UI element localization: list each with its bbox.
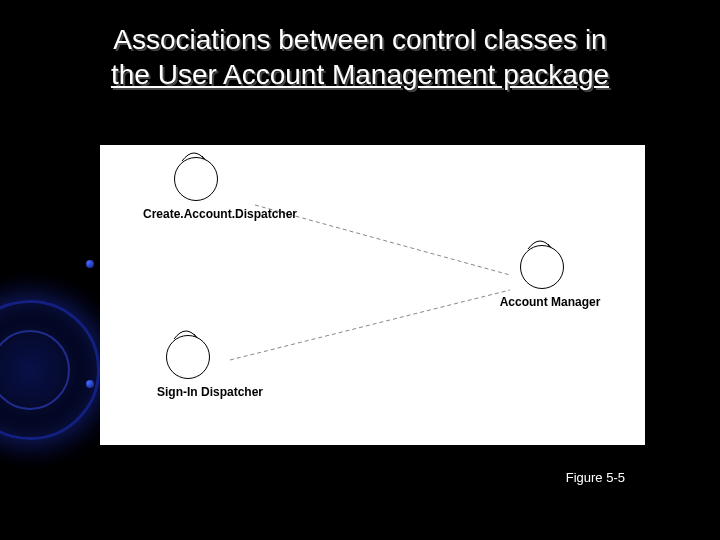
control-class-create-account-dispatcher: Create.Account.Dispatcher — [140, 157, 300, 221]
bullet-decoration — [86, 380, 94, 388]
title-line-1: Associations between control classes in — [113, 24, 606, 55]
class-label: Sign-In Dispatcher — [140, 385, 280, 399]
control-class-account-manager: Account Manager — [480, 245, 620, 309]
bullet-decoration — [86, 260, 94, 268]
control-class-sign-in-dispatcher: Sign-In Dispatcher — [140, 335, 280, 399]
control-class-circle-icon — [174, 157, 218, 201]
title-line-2: the User Account Management package — [111, 59, 609, 90]
class-label: Create.Account.Dispatcher — [140, 207, 300, 221]
figure-caption: Figure 5-5 — [566, 470, 625, 485]
slide-title: Associations between control classes in … — [0, 22, 720, 92]
class-label: Account Manager — [480, 295, 620, 309]
control-class-circle-icon — [520, 245, 564, 289]
control-class-circle-icon — [166, 335, 210, 379]
uml-diagram: Create.Account.Dispatcher Sign-In Dispat… — [100, 145, 645, 445]
